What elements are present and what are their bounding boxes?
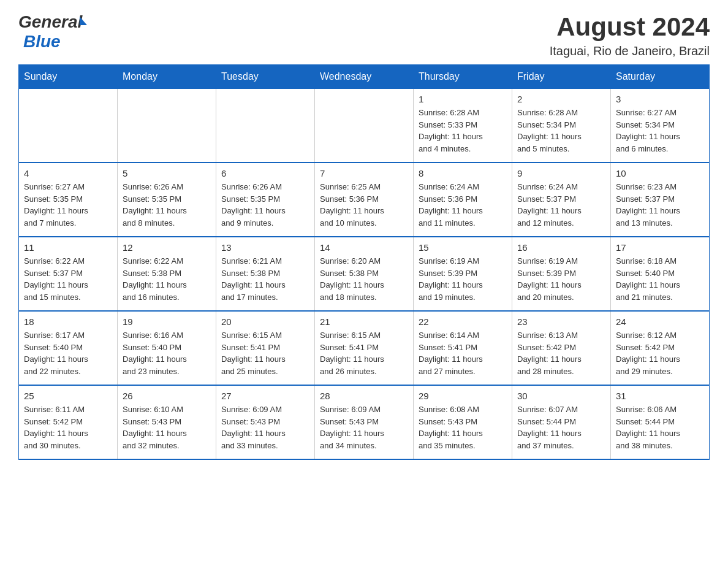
day-info: Sunrise: 6:25 AM Sunset: 5:36 PM Dayligh… [320,181,408,229]
header-row: Sunday Monday Tuesday Wednesday Thursday… [19,65,710,89]
day-info: Sunrise: 6:09 AM Sunset: 5:43 PM Dayligh… [221,404,309,451]
calendar-cell: 28Sunrise: 6:09 AM Sunset: 5:43 PM Dayli… [315,385,414,459]
day-info: Sunrise: 6:22 AM Sunset: 5:37 PM Dayligh… [24,255,112,303]
col-sunday: Sunday [19,65,118,89]
day-info: Sunrise: 6:27 AM Sunset: 5:34 PM Dayligh… [616,107,704,155]
day-info: Sunrise: 6:13 AM Sunset: 5:42 PM Dayligh… [517,329,605,377]
day-info: Sunrise: 6:22 AM Sunset: 5:38 PM Dayligh… [123,255,211,303]
calendar-cell: 19Sunrise: 6:16 AM Sunset: 5:40 PM Dayli… [118,311,216,385]
day-number: 24 [616,316,704,327]
calendar-cell [118,89,216,163]
calendar-cell: 16Sunrise: 6:19 AM Sunset: 5:39 PM Dayli… [512,237,611,311]
day-info: Sunrise: 6:15 AM Sunset: 5:41 PM Dayligh… [221,329,309,377]
day-number: 14 [320,242,408,253]
day-info: Sunrise: 6:26 AM Sunset: 5:35 PM Dayligh… [221,181,309,229]
day-info: Sunrise: 6:09 AM Sunset: 5:43 PM Dayligh… [320,404,408,451]
calendar-week-1: 1Sunrise: 6:28 AM Sunset: 5:33 PM Daylig… [19,89,710,163]
calendar-table: Sunday Monday Tuesday Wednesday Thursday… [18,64,710,460]
calendar-cell: 4Sunrise: 6:27 AM Sunset: 5:35 PM Daylig… [19,163,118,237]
calendar-header: Sunday Monday Tuesday Wednesday Thursday… [19,65,710,89]
day-info: Sunrise: 6:27 AM Sunset: 5:35 PM Dayligh… [24,181,112,229]
day-number: 4 [24,168,112,178]
calendar-cell: 31Sunrise: 6:06 AM Sunset: 5:44 PM Dayli… [611,385,710,459]
day-info: Sunrise: 6:14 AM Sunset: 5:41 PM Dayligh… [419,329,507,377]
day-number: 21 [320,316,408,327]
day-info: Sunrise: 6:19 AM Sunset: 5:39 PM Dayligh… [517,255,605,303]
day-number: 12 [123,242,211,253]
day-number: 27 [221,391,309,401]
day-number: 7 [320,168,408,178]
calendar-cell: 7Sunrise: 6:25 AM Sunset: 5:36 PM Daylig… [315,163,414,237]
col-friday: Friday [512,65,611,89]
day-info: Sunrise: 6:26 AM Sunset: 5:35 PM Dayligh… [123,181,211,229]
page-header: General Blue August 2024 Itaguai, Rio de… [18,12,710,58]
calendar-cell: 23Sunrise: 6:13 AM Sunset: 5:42 PM Dayli… [512,311,611,385]
day-number: 19 [123,316,211,327]
day-number: 15 [419,242,507,253]
calendar-cell: 9Sunrise: 6:24 AM Sunset: 5:37 PM Daylig… [512,163,611,237]
calendar-cell: 22Sunrise: 6:14 AM Sunset: 5:41 PM Dayli… [414,311,512,385]
location-title: Itaguai, Rio de Janeiro, Brazil [550,44,710,58]
calendar-cell: 3Sunrise: 6:27 AM Sunset: 5:34 PM Daylig… [611,89,710,163]
day-number: 3 [616,94,704,104]
calendar-cell: 13Sunrise: 6:21 AM Sunset: 5:38 PM Dayli… [216,237,315,311]
col-wednesday: Wednesday [315,65,414,89]
month-title: August 2024 [550,12,710,42]
calendar-week-4: 18Sunrise: 6:17 AM Sunset: 5:40 PM Dayli… [19,311,710,385]
calendar-cell [19,89,118,163]
logo-general-text: General [18,12,82,32]
calendar-week-2: 4Sunrise: 6:27 AM Sunset: 5:35 PM Daylig… [19,163,710,237]
day-number: 9 [517,168,605,178]
day-info: Sunrise: 6:24 AM Sunset: 5:37 PM Dayligh… [517,181,605,229]
calendar-cell: 21Sunrise: 6:15 AM Sunset: 5:41 PM Dayli… [315,311,414,385]
col-tuesday: Tuesday [216,65,315,89]
day-info: Sunrise: 6:19 AM Sunset: 5:39 PM Dayligh… [419,255,507,303]
calendar-cell: 24Sunrise: 6:12 AM Sunset: 5:42 PM Dayli… [611,311,710,385]
day-number: 18 [24,316,112,327]
day-number: 22 [419,316,507,327]
day-number: 29 [419,391,507,401]
calendar-cell: 30Sunrise: 6:07 AM Sunset: 5:44 PM Dayli… [512,385,611,459]
calendar-body: 1Sunrise: 6:28 AM Sunset: 5:33 PM Daylig… [19,89,710,460]
day-info: Sunrise: 6:28 AM Sunset: 5:33 PM Dayligh… [419,107,507,155]
col-monday: Monday [118,65,216,89]
calendar-cell: 10Sunrise: 6:23 AM Sunset: 5:37 PM Dayli… [611,163,710,237]
calendar-cell: 17Sunrise: 6:18 AM Sunset: 5:40 PM Dayli… [611,237,710,311]
calendar-cell: 29Sunrise: 6:08 AM Sunset: 5:43 PM Dayli… [414,385,512,459]
calendar-cell: 25Sunrise: 6:11 AM Sunset: 5:42 PM Dayli… [19,385,118,459]
day-info: Sunrise: 6:10 AM Sunset: 5:43 PM Dayligh… [123,404,211,451]
day-number: 16 [517,242,605,253]
day-info: Sunrise: 6:20 AM Sunset: 5:38 PM Dayligh… [320,255,408,303]
day-number: 8 [419,168,507,178]
calendar-cell: 8Sunrise: 6:24 AM Sunset: 5:36 PM Daylig… [414,163,512,237]
logo-triangle-icon [80,17,87,25]
day-number: 11 [24,242,112,253]
calendar-cell: 27Sunrise: 6:09 AM Sunset: 5:43 PM Dayli… [216,385,315,459]
calendar-cell: 15Sunrise: 6:19 AM Sunset: 5:39 PM Dayli… [414,237,512,311]
day-number: 26 [123,391,211,401]
day-number: 20 [221,316,309,327]
day-number: 5 [123,168,211,178]
calendar-week-3: 11Sunrise: 6:22 AM Sunset: 5:37 PM Dayli… [19,237,710,311]
calendar-cell: 14Sunrise: 6:20 AM Sunset: 5:38 PM Dayli… [315,237,414,311]
calendar-cell: 6Sunrise: 6:26 AM Sunset: 5:35 PM Daylig… [216,163,315,237]
day-number: 30 [517,391,605,401]
day-info: Sunrise: 6:18 AM Sunset: 5:40 PM Dayligh… [616,255,704,303]
day-number: 13 [221,242,309,253]
calendar-cell: 26Sunrise: 6:10 AM Sunset: 5:43 PM Dayli… [118,385,216,459]
day-info: Sunrise: 6:08 AM Sunset: 5:43 PM Dayligh… [419,404,507,451]
title-area: August 2024 Itaguai, Rio de Janeiro, Bra… [550,12,710,58]
day-info: Sunrise: 6:11 AM Sunset: 5:42 PM Dayligh… [24,404,112,451]
calendar-cell: 12Sunrise: 6:22 AM Sunset: 5:38 PM Dayli… [118,237,216,311]
calendar-cell: 2Sunrise: 6:28 AM Sunset: 5:34 PM Daylig… [512,89,611,163]
calendar-cell: 20Sunrise: 6:15 AM Sunset: 5:41 PM Dayli… [216,311,315,385]
logo-blue-text: Blue [23,32,61,52]
logo: General Blue [18,12,87,52]
calendar-cell: 11Sunrise: 6:22 AM Sunset: 5:37 PM Dayli… [19,237,118,311]
calendar-cell [216,89,315,163]
calendar-cell: 18Sunrise: 6:17 AM Sunset: 5:40 PM Dayli… [19,311,118,385]
day-info: Sunrise: 6:23 AM Sunset: 5:37 PM Dayligh… [616,181,704,229]
day-info: Sunrise: 6:28 AM Sunset: 5:34 PM Dayligh… [517,107,605,155]
col-saturday: Saturday [611,65,710,89]
day-info: Sunrise: 6:16 AM Sunset: 5:40 PM Dayligh… [123,329,211,377]
